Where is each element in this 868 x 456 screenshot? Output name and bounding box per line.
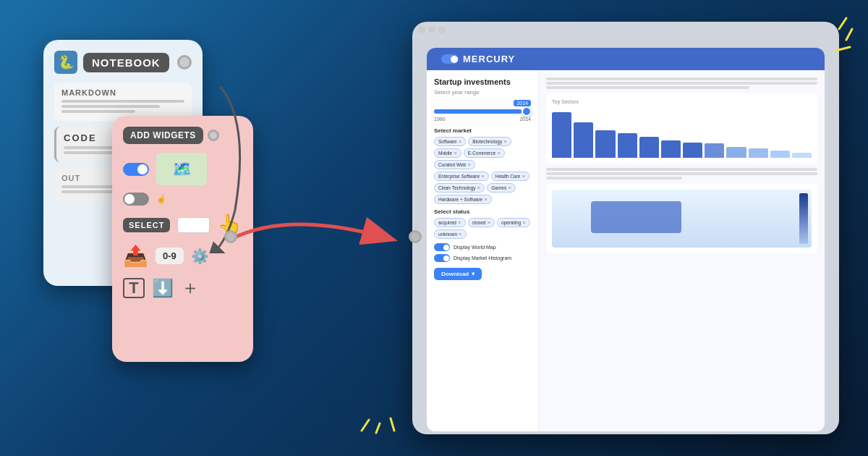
map-legend [799, 193, 808, 244]
app-main-content: Top Sectors [539, 70, 825, 431]
bar-10 [749, 148, 768, 158]
upload-icon: 📤 [123, 244, 148, 268]
world-map-label: Display World Map [454, 245, 496, 250]
year-start: 1990 [434, 117, 446, 122]
red-arrow [217, 195, 420, 282]
svg-line-5 [391, 418, 394, 431]
dot-green [438, 26, 446, 33]
tag-hardware[interactable]: Hardware + Software × [434, 195, 492, 204]
tag-closed[interactable]: closed × [468, 218, 495, 227]
text-line-5 [546, 172, 817, 175]
year-range-bar[interactable] [434, 109, 531, 114]
bar-4 [618, 133, 637, 158]
year-range-label: Select year range [434, 89, 531, 96]
download-widget-icon: ⬇️ [152, 278, 174, 298]
app-three-dots [412, 22, 839, 33]
svg-line-0 [839, 18, 846, 29]
app-title-text: MERCURY [463, 54, 515, 64]
markdown-line-1 [61, 100, 184, 103]
markdown-line-3 [61, 110, 135, 113]
world-map-container [546, 184, 817, 253]
tag-healthcare[interactable]: Health Care × [491, 172, 529, 181]
app-card: MERCURY Startup investments Select year … [412, 22, 839, 434]
app-card-inner: MERCURY Startup investments Select year … [427, 48, 825, 431]
status-label: Select status [434, 208, 531, 215]
tag-software[interactable]: Software × [434, 137, 466, 146]
bar-11 [770, 151, 790, 158]
tag-operating[interactable]: operating × [497, 218, 530, 227]
year-range-fill [434, 109, 522, 114]
toggle-widget-off[interactable] [123, 193, 149, 206]
download-button[interactable]: Download ▾ [434, 268, 482, 280]
dot-red [418, 26, 425, 33]
bar-2 [574, 122, 593, 158]
tag-unknown[interactable]: unknown × [434, 229, 467, 239]
year-end: 2014 [519, 117, 531, 122]
tag-biotech[interactable]: Biotechnology × [468, 137, 511, 146]
app-titlebar: MERCURY [427, 48, 825, 70]
svg-line-1 [846, 29, 852, 40]
app-body: Startup investments Select year range 20… [427, 70, 825, 431]
notebook-header: 🐍 NOTEBOOK [54, 51, 192, 74]
bar-8 [705, 143, 724, 158]
bar-6 [661, 140, 681, 159]
bar-3 [595, 130, 615, 159]
toggle-widget-on[interactable] [123, 163, 149, 176]
year-end-badge: 2014 [514, 100, 531, 106]
bar-12 [792, 153, 812, 158]
python-icon: 🐍 [54, 51, 77, 74]
markdown-line-2 [61, 105, 160, 108]
histogram-toggle[interactable] [434, 254, 450, 262]
text-line-2 [546, 82, 817, 85]
select-widget-label[interactable]: SELECT [123, 218, 170, 232]
market-tags: Software × Biotechnology × Mobile × E-Co… [434, 137, 531, 204]
tag-curatedweb[interactable]: Curated Web × [434, 160, 475, 169]
svg-line-4 [376, 423, 380, 433]
text-line-4 [546, 168, 817, 171]
app-sidebar: Startup investments Select year range 20… [427, 70, 539, 431]
connector-dot-4 [409, 230, 422, 243]
text-line-6 [546, 177, 682, 180]
bar-7 [683, 143, 702, 158]
startup-title: Startup investments [434, 77, 531, 86]
connector-dot-3 [224, 230, 237, 243]
bar-chart-container: Top Sectors [546, 93, 817, 164]
text-line-3 [546, 86, 749, 89]
bar-1 [552, 112, 571, 158]
dot-yellow [428, 26, 435, 33]
tag-enterprise[interactable]: Enterprise Software × [434, 172, 489, 181]
main-text-middle [546, 168, 817, 180]
markdown-label: MARKDOWN [61, 88, 184, 97]
tag-mobile[interactable]: Mobile × [434, 148, 461, 158]
histogram-label: Display Market Histogram [454, 256, 511, 261]
notebook-badge: NOTEBOOK [83, 53, 169, 72]
tag-cleantech[interactable]: Clean Technology × [434, 183, 485, 193]
world-map-toggle-row: Display World Map [434, 243, 531, 251]
app-toggle-small [441, 54, 459, 64]
year-labels: 1990 2014 [434, 117, 531, 122]
world-map-toggle[interactable] [434, 243, 450, 251]
chart-title: Top Sectors [552, 99, 812, 104]
bar-5 [639, 137, 659, 158]
tag-ecommerce[interactable]: E-Commerce × [464, 148, 505, 158]
text-widget-icon: T [123, 278, 145, 298]
finger-icon: ☝️ [156, 195, 166, 204]
market-label: Select market [434, 127, 531, 134]
map-usa-highlight [591, 201, 682, 233]
app-title-logo: MERCURY [441, 54, 515, 64]
year-range-thumb [522, 106, 532, 117]
world-map-visual [552, 190, 812, 248]
text-line-1 [546, 77, 817, 80]
plus-widget-icon: ＋ [181, 275, 200, 300]
main-text-top [546, 77, 817, 89]
tag-acquired[interactable]: acquired × [434, 218, 466, 227]
tag-games[interactable]: Games × [487, 183, 516, 193]
svg-line-3 [362, 420, 369, 431]
histogram-toggle-row: Display Market Histogram [434, 254, 531, 262]
bar-9 [726, 147, 746, 158]
bar-chart [552, 107, 812, 158]
status-tags: acquired × closed × operating × unknown … [434, 218, 531, 239]
